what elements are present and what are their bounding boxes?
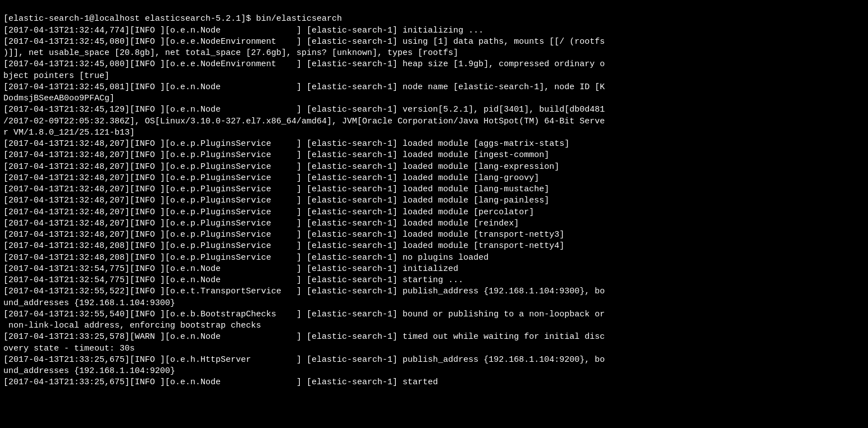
terminal-output: [elastic-search-1@localhost elasticsearc… xyxy=(3,2,865,389)
terminal-line: [2017-04-13T21:32:48,207][INFO ][o.e.p.P… xyxy=(3,195,865,206)
terminal-line: DodmsjBSeeAB0oo9PFACg] xyxy=(3,93,865,104)
terminal-line: [2017-04-13T21:33:25,578][WARN ][o.e.n.N… xyxy=(3,332,865,343)
terminal-line: [elastic-search-1@localhost elasticsearc… xyxy=(3,13,865,25)
terminal-line: und_addresses {192.168.1.104:9300} xyxy=(3,298,865,309)
terminal-line: [2017-04-13T21:32:48,207][INFO ][o.e.p.P… xyxy=(3,184,865,195)
terminal-line: [2017-04-13T21:32:48,208][INFO ][o.e.p.P… xyxy=(3,241,865,252)
terminal-line: [2017-04-13T21:32:55,540][INFO ][o.e.b.B… xyxy=(3,309,865,320)
terminal-line: [2017-04-13T21:32:48,208][INFO ][o.e.p.P… xyxy=(3,252,865,264)
terminal-line: [2017-04-13T21:32:48,207][INFO ][o.e.p.P… xyxy=(3,162,865,173)
terminal-line: [2017-04-13T21:32:45,129][INFO ][o.e.n.N… xyxy=(3,104,865,116)
terminal-line: [2017-04-13T21:32:45,080][INFO ][o.e.e.N… xyxy=(3,59,865,70)
terminal-line: )]], net usable_space [20.8gb], net tota… xyxy=(3,48,865,59)
terminal-line: non-link-local address, enforcing bootst… xyxy=(3,320,865,332)
terminal-line: [2017-04-13T21:32:45,080][INFO ][o.e.e.N… xyxy=(3,36,865,48)
terminal-line: [2017-04-13T21:32:44,774][INFO ][o.e.n.N… xyxy=(3,25,865,36)
terminal-line: [2017-04-13T21:32:48,207][INFO ][o.e.p.P… xyxy=(3,150,865,161)
terminal-line: [2017-04-13T21:32:48,207][INFO ][o.e.p.P… xyxy=(3,218,865,229)
terminal-line: [2017-04-13T21:32:54,775][INFO ][o.e.n.N… xyxy=(3,275,865,286)
terminal-line: r VM/1.8.0_121/25.121-b13] xyxy=(3,127,865,139)
terminal-line: [2017-04-13T21:33:25,675][INFO ][o.e.n.N… xyxy=(3,377,865,388)
terminal-line: [2017-04-13T21:32:54,775][INFO ][o.e.n.N… xyxy=(3,264,865,275)
terminal-line: [2017-04-13T21:32:45,081][INFO ][o.e.n.N… xyxy=(3,82,865,93)
terminal-line: und_addresses {192.168.1.104:9200} xyxy=(3,366,865,377)
terminal-line: [2017-04-13T21:32:55,522][INFO ][o.e.t.T… xyxy=(3,286,865,297)
terminal-line: [2017-04-13T21:33:25,675][INFO ][o.e.h.H… xyxy=(3,355,865,366)
terminal-line: [2017-04-13T21:32:48,207][INFO ][o.e.p.P… xyxy=(3,173,865,184)
terminal-line: [2017-04-13T21:32:48,207][INFO ][o.e.p.P… xyxy=(3,139,865,150)
terminal-line: overy state - timeout: 30s xyxy=(3,343,865,355)
terminal-line: bject pointers [true] xyxy=(3,71,865,82)
terminal-line: [2017-04-13T21:32:48,207][INFO ][o.e.p.P… xyxy=(3,229,865,241)
terminal-line: [2017-04-13T21:32:48,207][INFO ][o.e.p.P… xyxy=(3,207,865,218)
terminal-line: /2017-02-09T22:05:32.386Z], OS[Linux/3.1… xyxy=(3,116,865,127)
